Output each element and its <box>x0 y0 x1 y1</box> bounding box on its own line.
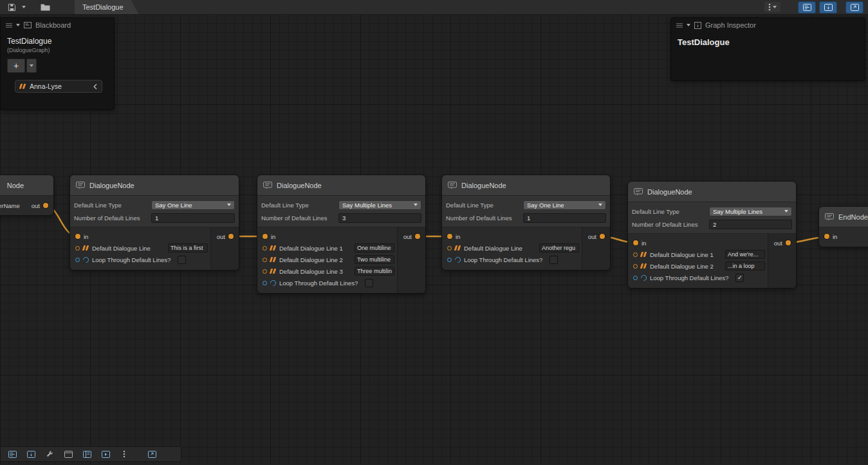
more-menu-button[interactable] <box>764 2 780 12</box>
graph-inspector-toggle-icon <box>824 4 833 11</box>
graph-inspector-toggle-button[interactable] <box>819 1 837 14</box>
line-type-value: Say One Line <box>527 202 564 209</box>
graph-inspector-header[interactable]: Graph Inspector <box>671 18 865 32</box>
line-port[interactable] <box>447 246 452 251</box>
line-type-label: Default Line Type <box>446 202 523 209</box>
add-property-button[interactable]: + <box>7 59 25 73</box>
quote-icon <box>641 263 647 269</box>
loop-checkbox[interactable]: ✓ <box>735 274 744 282</box>
dialogue-line-field[interactable]: This is a first <box>168 243 208 252</box>
window-button[interactable] <box>60 448 77 460</box>
dialogue-node[interactable]: DialogueNode Default Line Type Say One L… <box>441 175 611 270</box>
loop-checkbox[interactable] <box>178 256 186 264</box>
in-port[interactable] <box>447 234 452 239</box>
count-label: Number of Default Lines <box>74 214 151 222</box>
line-port[interactable] <box>263 269 267 274</box>
dialogue-node-icon <box>634 188 643 196</box>
line-type-dropdown[interactable]: Say Multiple Lines <box>338 200 421 210</box>
out-port[interactable] <box>415 234 420 239</box>
loop-label: Loop Through Default Lines? <box>92 256 171 263</box>
dialogue-line-field[interactable]: ...in a loop <box>725 261 765 270</box>
loop-checkbox[interactable] <box>365 279 373 287</box>
loop-label: Loop Through Default Lines? <box>650 274 728 281</box>
out-port[interactable] <box>786 240 791 245</box>
foldout-caret-icon[interactable] <box>687 24 690 26</box>
preview-play-button[interactable] <box>97 448 114 460</box>
line-type-dropdown[interactable]: Say One Line <box>523 200 606 210</box>
out-port[interactable] <box>43 203 48 208</box>
dialogue-node[interactable]: DialogueNode Default Line Type Say Multi… <box>627 181 797 289</box>
node-properties: Default Line Type Say One Line Number of… <box>442 196 610 227</box>
node-title-bar[interactable]: EndNode <box>819 207 868 227</box>
blackboard-panel-button[interactable] <box>4 448 21 460</box>
save-dropdown-button[interactable] <box>20 1 28 13</box>
in-port[interactable] <box>75 234 80 239</box>
in-port[interactable] <box>263 234 268 239</box>
end-node[interactable]: EndNode in <box>818 206 868 247</box>
line-type-dropdown[interactable]: Say Multiple Lines <box>709 207 792 216</box>
num-lines-field[interactable]: 2 <box>709 220 792 229</box>
blackboard-property[interactable]: Anna-Lyse <box>15 80 102 93</box>
loop-port[interactable] <box>447 258 452 262</box>
node-title-bar[interactable]: DialogueNode <box>257 175 425 196</box>
end-node-icon <box>825 213 834 221</box>
add-property-dropdown[interactable] <box>26 59 37 73</box>
in-port[interactable] <box>824 234 829 239</box>
open-external-button[interactable] <box>143 448 160 460</box>
line-type-dropdown[interactable]: Say One Line <box>151 200 235 210</box>
line-port[interactable] <box>75 246 80 251</box>
quote-icon <box>641 252 647 257</box>
dialogue-line-field[interactable]: One multiline <box>355 243 394 252</box>
loop-port[interactable] <box>263 281 267 285</box>
dialogue-line-field[interactable]: Three multilin <box>355 267 394 276</box>
blackboard-panel-icon <box>8 451 17 458</box>
hamburger-icon[interactable] <box>6 23 12 28</box>
more-options-icon <box>123 450 125 458</box>
open-external-icon <box>148 451 156 458</box>
line-port[interactable] <box>633 264 638 269</box>
blackboard-header[interactable]: Blackboard <box>1 18 114 32</box>
node-title: DialogueNode <box>89 182 134 189</box>
foldout-caret-icon[interactable] <box>16 24 20 26</box>
graph-tab[interactable]: TestDialogue <box>75 0 139 14</box>
graph-canvas[interactable]: Node kerName out DialogueNode Default Li… <box>0 14 868 465</box>
blackboard-toggle-button[interactable] <box>798 1 816 14</box>
loop-port[interactable] <box>75 258 80 262</box>
out-port[interactable] <box>600 234 605 239</box>
node-title-bar[interactable]: DialogueNode <box>442 175 610 196</box>
line-port[interactable] <box>633 252 638 257</box>
loop-checkbox[interactable] <box>549 256 558 264</box>
num-lines-field[interactable]: 1 <box>523 213 606 223</box>
dialogue-line-field[interactable]: And we're... <box>725 250 765 259</box>
num-lines-field[interactable]: 3 <box>338 213 421 223</box>
window-icon <box>64 451 73 458</box>
line-port[interactable] <box>263 246 267 251</box>
preview-toggle-button[interactable] <box>845 1 863 14</box>
panels-button[interactable] <box>78 448 95 460</box>
quote-icon <box>83 245 89 251</box>
line-port[interactable] <box>263 258 267 262</box>
hamburger-icon[interactable] <box>676 23 683 28</box>
inspector-panel-button[interactable] <box>23 448 39 460</box>
start-node[interactable]: Node kerName out <box>0 175 54 216</box>
node-title: Node <box>7 182 24 189</box>
node-title-bar[interactable]: DialogueNode <box>628 182 796 202</box>
node-title-bar[interactable]: Node <box>0 175 53 196</box>
in-port[interactable] <box>633 240 638 245</box>
open-asset-button[interactable] <box>38 1 53 13</box>
dialogue-line-field[interactable]: Another regu <box>539 243 579 252</box>
line-label: Default Dialogue Line 1 <box>650 251 714 258</box>
save-button[interactable] <box>5 1 19 13</box>
loop-port[interactable] <box>633 276 638 280</box>
dropdown-caret-icon <box>414 204 418 206</box>
dialogue-node[interactable]: DialogueNode Default Line Type Say Multi… <box>257 175 426 294</box>
output-port-label: kerName <box>0 202 20 209</box>
num-lines-field[interactable]: 1 <box>151 213 235 223</box>
dialogue-node[interactable]: DialogueNode Default Line Type Say One L… <box>69 175 239 270</box>
chevron-left-icon[interactable] <box>93 84 97 90</box>
dialogue-line-field[interactable]: Two multiline <box>355 255 394 264</box>
more-options-button[interactable] <box>116 448 133 460</box>
node-title-bar[interactable]: DialogueNode <box>70 175 239 196</box>
preferences-button[interactable] <box>41 448 58 460</box>
out-port[interactable] <box>228 234 234 239</box>
